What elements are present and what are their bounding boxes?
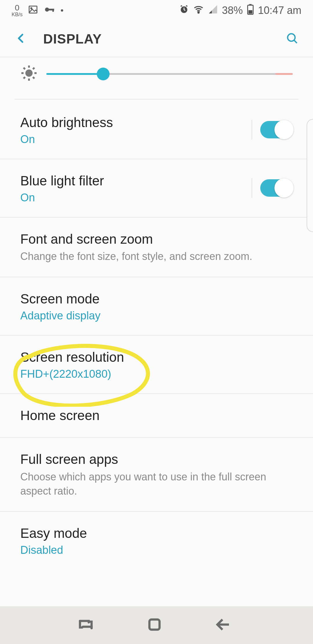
svg-line-20 <box>33 68 34 69</box>
setting-status: Adaptive display <box>20 310 293 322</box>
setting-title: Full screen apps <box>20 451 293 468</box>
search-button[interactable] <box>286 32 299 46</box>
status-bar: 0 KB/s 38% 10:47 am <box>0 0 313 21</box>
setting-font-screen-zoom[interactable]: Font and screen zoom Change the font siz… <box>0 218 313 277</box>
svg-point-6 <box>198 12 199 13</box>
switch-separator <box>252 178 252 198</box>
recents-button[interactable] <box>77 616 94 634</box>
signal-icon <box>208 4 218 17</box>
status-left: 0 KB/s <box>12 3 63 18</box>
wifi-icon <box>193 4 204 17</box>
setting-home-screen[interactable]: Home screen <box>0 394 313 438</box>
svg-rect-21 <box>149 620 159 630</box>
setting-title: Home screen <box>20 407 293 424</box>
svg-line-18 <box>33 77 34 79</box>
svg-point-2 <box>45 8 49 12</box>
page-title: DISPLAY <box>43 31 102 47</box>
setting-status: FHD+(644x313) <box>20 368 293 380</box>
fast-scroll-handle[interactable] <box>307 119 313 232</box>
svg-line-17 <box>23 68 25 69</box>
setting-description: Choose which apps you want to use in the… <box>20 470 293 498</box>
setting-easy-mode[interactable]: Easy mode Disabled <box>0 512 313 565</box>
setting-description: Change the font size, font style, and sc… <box>20 249 293 264</box>
setting-auto-brightness[interactable]: Auto brightness On <box>0 101 313 159</box>
battery-icon <box>247 4 254 17</box>
setting-screen-resolution[interactable]: Screen resolution FHD+(644x313) <box>0 336 313 394</box>
setting-blue-light-filter[interactable]: Blue light filter On <box>0 159 313 218</box>
brightness-row <box>0 57 313 99</box>
setting-title: Font and screen zoom <box>20 231 293 248</box>
vpn-key-icon <box>43 3 56 18</box>
network-speed-indicator: 0 KB/s <box>12 4 23 17</box>
dot-icon <box>61 9 63 12</box>
navigation-bar <box>0 606 313 644</box>
setting-title: Blue light filter <box>20 172 243 190</box>
battery-percent: 38% <box>222 4 243 17</box>
back-button[interactable] <box>14 32 27 46</box>
svg-line-19 <box>23 77 25 79</box>
clock-time: 10:47 am <box>258 4 301 17</box>
svg-point-12 <box>26 70 33 77</box>
setting-status: On <box>20 133 243 146</box>
status-right: 38% 10:47 am <box>179 4 301 17</box>
network-speed-value: 0 <box>12 4 23 12</box>
brightness-slider[interactable] <box>46 69 293 78</box>
settings-list: Auto brightness On Blue light filter On … <box>0 57 313 565</box>
setting-status: Disabled <box>20 544 293 556</box>
app-bar: DISPLAY <box>0 21 313 57</box>
svg-line-11 <box>294 40 297 43</box>
setting-title: Easy mode <box>20 525 293 542</box>
setting-full-screen-apps[interactable]: Full screen apps Choose which apps you w… <box>0 438 313 512</box>
setting-screen-mode[interactable]: Screen mode Adaptive display <box>0 277 313 336</box>
image-icon <box>28 4 38 17</box>
blue-light-toggle[interactable] <box>260 179 293 197</box>
alarm-icon <box>179 4 189 17</box>
setting-title: Screen mode <box>20 290 293 308</box>
svg-point-1 <box>31 8 32 9</box>
setting-title: Auto brightness <box>20 114 243 131</box>
svg-rect-8 <box>249 4 252 6</box>
setting-status: On <box>20 191 243 204</box>
svg-point-10 <box>287 34 295 41</box>
brightness-icon <box>20 64 38 83</box>
back-nav-button[interactable] <box>214 616 232 634</box>
svg-rect-4 <box>52 9 54 12</box>
svg-rect-9 <box>248 10 252 14</box>
auto-brightness-toggle[interactable] <box>260 121 293 138</box>
network-speed-unit: KB/s <box>12 12 23 17</box>
switch-separator <box>252 120 252 140</box>
home-button[interactable] <box>146 616 163 634</box>
setting-title: Screen resolution <box>20 349 293 366</box>
